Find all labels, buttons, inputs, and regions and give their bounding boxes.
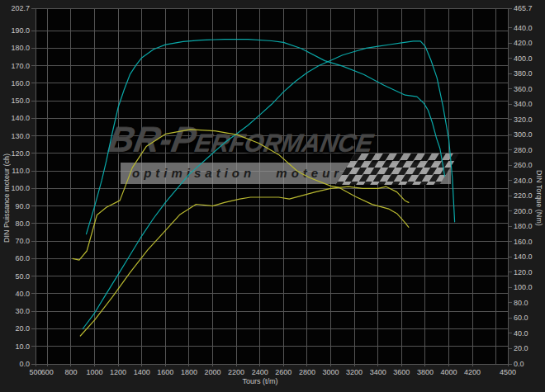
curve-torque-original [73, 130, 409, 260]
curve-torque-tuned [87, 40, 445, 234]
curve-power-original [80, 187, 409, 336]
chart-curves-layer [0, 0, 545, 392]
curve-power-tuned [83, 41, 454, 329]
dyno-chart: 202.7190.0180.0170.0160.0150.0140.0130.0… [0, 0, 545, 392]
